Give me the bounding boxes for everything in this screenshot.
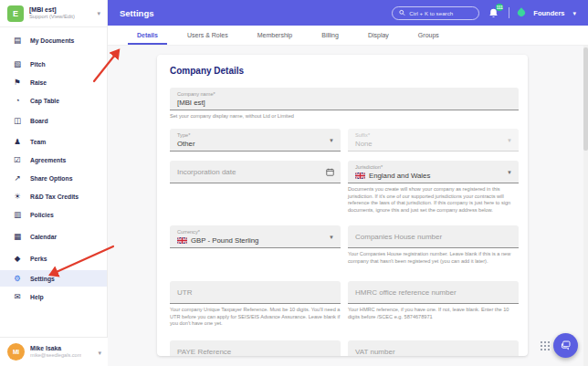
sidebar-item-help[interactable]: ✉ Help: [0, 288, 107, 305]
hmrc-field[interactable]: HMRC office reference number: [348, 281, 519, 304]
paye-field[interactable]: PAYE Reference: [170, 340, 341, 356]
chat-support-button[interactable]: [553, 333, 578, 358]
field-value: Other: [177, 140, 333, 148]
sidebar-item-board[interactable]: ◫ Board: [0, 112, 107, 129]
divider: [509, 7, 509, 18]
board-icon: ◫: [11, 116, 24, 125]
company-switcher[interactable]: E [MBI est] Support (View/Edit) ▾: [0, 0, 107, 27]
field-value: England and Wales: [369, 172, 430, 180]
workspace-switcher[interactable]: Founders: [533, 9, 564, 17]
company-name-field[interactable]: Company name* [MBI est]: [170, 88, 519, 110]
sidebar-item-label: Settings: [30, 276, 55, 282]
sidebar-item-label: Policies: [30, 212, 54, 218]
sidebar-item-label: Agreements: [30, 157, 66, 163]
drag-handle-dots[interactable]: [540, 340, 550, 351]
user-name: Mike Isaka: [30, 345, 81, 352]
vat-field[interactable]: VAT number: [348, 340, 519, 356]
chevron-down-icon: ▾: [97, 10, 100, 16]
tab-billing[interactable]: Billing: [307, 26, 353, 45]
field-placeholder: Companies House number: [355, 229, 511, 245]
uk-flag-icon: [355, 173, 365, 179]
tab-groups[interactable]: Groups: [404, 26, 454, 45]
cap-table-icon: ◔: [11, 96, 24, 105]
field-label: Suffix*: [355, 132, 511, 138]
main-area: Settings 111 Founders ▾ Details Users & …: [108, 0, 588, 366]
sidebar-item-perks[interactable]: ◆ Perks: [0, 250, 107, 267]
sidebar-item-calendar[interactable]: ▦ Calendar: [0, 228, 107, 245]
user-email: mike@seedlegals.com: [30, 352, 81, 359]
form-fields: Company name* [MBI est] Set your company…: [170, 88, 519, 356]
company-name: [MBI est]: [29, 6, 75, 14]
raise-icon: ⚑: [11, 78, 24, 87]
content-area: Company Details Company name* [MBI est] …: [108, 46, 588, 366]
tab-details[interactable]: Details: [122, 26, 173, 45]
settings-screen: E [MBI est] Support (View/Edit) ▾ ▤ My D…: [0, 0, 588, 366]
currency-select[interactable]: Currency* GBP - Pound Sterling ▼: [170, 225, 341, 248]
top-bar: Settings 111 Founders ▾: [108, 0, 588, 26]
user-menu[interactable]: MI Mike Isaka mike@seedlegals.com ▾: [0, 337, 108, 366]
incorporation-date-field[interactable]: Incorporation date: [170, 161, 341, 183]
page-title: Settings: [120, 8, 153, 18]
user-info: Mike Isaka mike@seedlegals.com: [30, 345, 81, 359]
sidebar-item-cap-table[interactable]: ◔ Cap Table: [0, 92, 107, 109]
company-logo: E: [7, 5, 24, 22]
help-envelope-icon: ✉: [11, 292, 24, 301]
avatar: MI: [7, 343, 25, 361]
sidebar-item-my-documents[interactable]: ▤ My Documents: [0, 32, 107, 48]
notification-badge: 111: [496, 4, 503, 11]
field-label: Jurisdiction*: [355, 164, 511, 170]
documents-icon: ▤: [11, 36, 24, 45]
sidebar-item-agreements[interactable]: ☑ Agreements: [0, 152, 107, 168]
field-placeholder: HMRC office reference number: [355, 285, 511, 300]
caret-down-icon: ▼: [507, 138, 512, 143]
companies-house-helper: Your Companies House registration number…: [348, 251, 519, 266]
sidebar: E [MBI est] Support (View/Edit) ▾ ▤ My D…: [0, 0, 108, 366]
field-placeholder: VAT number: [355, 344, 511, 356]
sidebar-item-policies[interactable]: ▥ Policies: [0, 206, 107, 223]
rd-tax-credits-icon: ☀: [11, 192, 24, 201]
chat-bubble-icon: [560, 340, 572, 351]
sidebar-item-settings[interactable]: ⚙ Settings: [0, 270, 107, 287]
jurisdiction-select[interactable]: Jurisdiction* England and Wales ▼: [348, 161, 519, 183]
calendar-icon: ▦: [11, 232, 24, 241]
sidebar-item-team[interactable]: ♟ Team: [0, 133, 107, 150]
sidebar-item-label: Board: [30, 118, 48, 124]
notifications-button[interactable]: 111: [488, 6, 500, 19]
field-placeholder: Incorporation date: [177, 164, 333, 180]
search-input[interactable]: [409, 10, 472, 16]
gear-icon: ⚙: [11, 274, 24, 283]
field-label: Currency*: [177, 229, 333, 235]
companies-house-field[interactable]: Companies House number: [348, 225, 519, 248]
type-select[interactable]: Type* Other ▼: [170, 129, 341, 152]
sidebar-item-pitch[interactable]: ▧ Pitch: [0, 56, 107, 72]
seedlegals-drop-icon: [517, 7, 527, 17]
tab-membership[interactable]: Membership: [243, 26, 308, 45]
sidebar-item-raise[interactable]: ⚑ Raise: [0, 74, 107, 90]
company-name-helper: Set your company display name, without L…: [170, 113, 519, 120]
tab-users-roles[interactable]: Users & Roles: [173, 26, 243, 45]
sidebar-item-label: Perks: [30, 256, 47, 262]
policies-icon: ▥: [11, 210, 24, 219]
hmrc-helper: Your HMRC reference, if you have one. If…: [348, 307, 519, 321]
field-value: [MBI est]: [177, 99, 511, 107]
calendar-icon[interactable]: [326, 163, 334, 180]
caret-down-icon: ▼: [329, 235, 334, 240]
uk-flag-icon: [177, 237, 187, 244]
sidebar-item-rd-tax-credits[interactable]: ☀ R&D Tax Credits: [0, 188, 107, 204]
sidebar-nav: ▤ My Documents ▧ Pitch ⚑ Raise ◔ Cap Tab…: [0, 27, 107, 305]
sidebar-item-label: Cap Table: [30, 98, 59, 104]
sidebar-item-label: Team: [30, 139, 46, 145]
field-label: Type*: [177, 132, 333, 138]
top-bar-actions: 111 Founders ▾: [392, 6, 576, 20]
scrollbar[interactable]: [583, 46, 588, 366]
utr-field[interactable]: UTR: [170, 281, 341, 304]
suffix-select[interactable]: Suffix* None ▼: [348, 129, 519, 152]
sidebar-item-share-options[interactable]: ↗ Share Options: [0, 170, 107, 186]
field-placeholder: UTR: [177, 285, 333, 300]
utr-helper: Your company Unique Taxpayer Reference. …: [170, 307, 341, 328]
sidebar-item-label: Raise: [30, 79, 47, 86]
global-search[interactable]: [392, 6, 479, 20]
jurisdiction-helper: Documents you create will show your comp…: [348, 186, 519, 214]
scrollbar-thumb[interactable]: [583, 47, 588, 151]
tab-display[interactable]: Display: [353, 26, 404, 45]
